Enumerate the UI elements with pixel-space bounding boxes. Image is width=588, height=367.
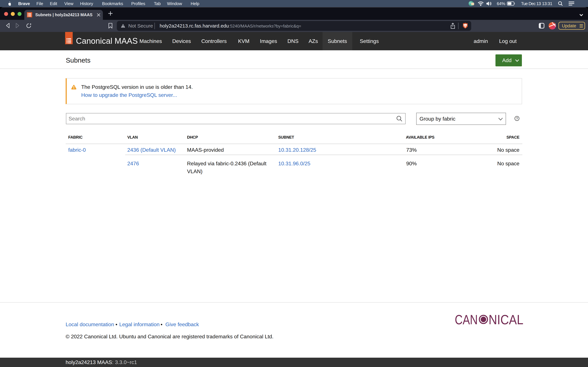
svg-text:NICAL: NICAL [489, 314, 523, 327]
svg-text:CAN: CAN [455, 314, 478, 327]
svg-text:?: ? [516, 117, 518, 120]
